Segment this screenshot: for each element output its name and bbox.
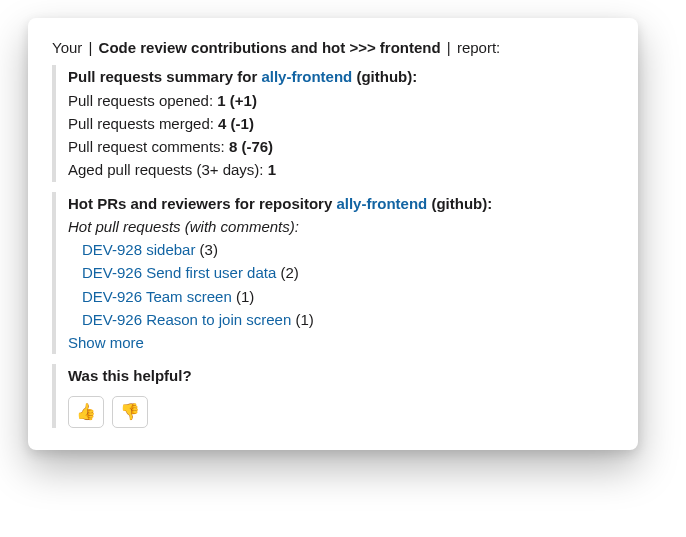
opened-value: 1 (+1) xyxy=(217,92,257,109)
report-header: Your | Code review contributions and hot… xyxy=(52,36,614,59)
feedback-buttons: 👍 👎 xyxy=(68,396,614,428)
thumbs-down-button[interactable]: 👎 xyxy=(112,396,148,428)
thumbs-down-icon: 👎 xyxy=(120,402,140,421)
header-prefix: Your xyxy=(52,39,82,56)
merged-value: 4 (-1) xyxy=(218,115,254,132)
hot-pr-item: DEV-926 Send first user data (2) xyxy=(68,261,614,284)
report-card: Your | Code review contributions and hot… xyxy=(28,18,638,450)
comments-row: Pull request comments: 8 (-76) xyxy=(68,135,614,158)
pr-count: (1) xyxy=(236,288,254,305)
thumbs-up-icon: 👍 xyxy=(76,402,96,421)
header-title: Code review contributions and hot >>> fr… xyxy=(99,39,441,56)
pr-link[interactable]: DEV-926 Reason to join screen xyxy=(82,311,291,328)
repo-link[interactable]: ally-frontend xyxy=(261,68,352,85)
show-more-link[interactable]: Show more xyxy=(68,334,144,351)
hot-heading-suffix: (github): xyxy=(427,195,492,212)
pr-count: (1) xyxy=(295,311,313,328)
aged-row: Aged pull requests (3+ days): 1 xyxy=(68,158,614,181)
opened-label: Pull requests opened: xyxy=(68,92,217,109)
summary-block: Pull requests summary for ally-frontend … xyxy=(52,65,614,181)
hot-heading: Hot PRs and reviewers for repository all… xyxy=(68,192,614,215)
summary-heading: Pull requests summary for ally-frontend … xyxy=(68,65,614,88)
header-sep: | xyxy=(445,39,453,56)
pr-count: (3) xyxy=(200,241,218,258)
merged-label: Pull requests merged: xyxy=(68,115,218,132)
pr-link[interactable]: DEV-926 Team screen xyxy=(82,288,232,305)
hot-pr-item: DEV-926 Reason to join screen (1) xyxy=(68,308,614,331)
hot-block: Hot PRs and reviewers for repository all… xyxy=(52,192,614,355)
hot-heading-prefix: Hot PRs and reviewers for repository xyxy=(68,195,336,212)
feedback-question: Was this helpful? xyxy=(68,364,614,387)
hot-pr-item: DEV-928 sidebar (3) xyxy=(68,238,614,261)
hot-pr-item: DEV-926 Team screen (1) xyxy=(68,285,614,308)
hot-subheading: Hot pull requests (with comments): xyxy=(68,215,614,238)
aged-label: Aged pull requests (3+ days): xyxy=(68,161,268,178)
opened-row: Pull requests opened: 1 (+1) xyxy=(68,89,614,112)
merged-row: Pull requests merged: 4 (-1) xyxy=(68,112,614,135)
thumbs-up-button[interactable]: 👍 xyxy=(68,396,104,428)
repo-link[interactable]: ally-frontend xyxy=(336,195,427,212)
comments-value: 8 (-76) xyxy=(229,138,273,155)
pr-link[interactable]: DEV-926 Send first user data xyxy=(82,264,276,281)
header-sep: | xyxy=(86,39,94,56)
aged-value: 1 xyxy=(268,161,276,178)
header-suffix: report: xyxy=(457,39,500,56)
pr-link[interactable]: DEV-928 sidebar xyxy=(82,241,195,258)
summary-heading-prefix: Pull requests summary for xyxy=(68,68,261,85)
feedback-block: Was this helpful? 👍 👎 xyxy=(52,364,614,427)
comments-label: Pull request comments: xyxy=(68,138,229,155)
summary-heading-suffix: (github): xyxy=(352,68,417,85)
pr-count: (2) xyxy=(280,264,298,281)
